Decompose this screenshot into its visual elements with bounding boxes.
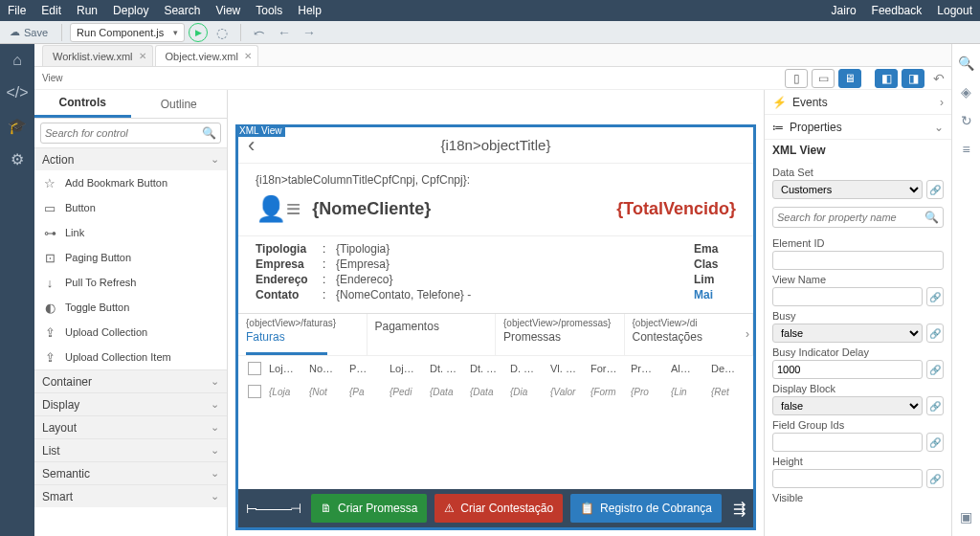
run-button[interactable]: ▶ bbox=[189, 23, 208, 42]
registro-cobranca-button[interactable]: 📋 Registro de Cobrança bbox=[570, 494, 722, 523]
select-all-checkbox[interactable] bbox=[248, 362, 261, 375]
app-frame[interactable]: ‹ {i18n>objectTitle} {i18n>tableColumnTi… bbox=[235, 124, 756, 530]
item-pull-refresh[interactable]: ↓Pull To Refresh bbox=[34, 270, 227, 295]
item-link[interactable]: ⊶Link bbox=[34, 220, 227, 245]
close-icon[interactable]: ✕ bbox=[244, 51, 252, 61]
property-search[interactable]: 🔍 bbox=[772, 207, 944, 228]
tab-promessas[interactable]: {objectView>/promessas} Promessas bbox=[496, 314, 625, 355]
device-tablet-button[interactable]: ▭ bbox=[812, 69, 835, 88]
menu-run[interactable]: Run bbox=[77, 4, 98, 17]
file-tab-object[interactable]: Object.view.xml ✕ bbox=[155, 45, 258, 66]
bookmark-icon[interactable]: ◈ bbox=[961, 84, 971, 100]
binding-icon[interactable]: 🔗 bbox=[926, 433, 944, 452]
col-header[interactable]: De… bbox=[711, 363, 744, 374]
properties-header[interactable]: ≔ Properties ⌄ bbox=[765, 115, 951, 140]
tab-pagamentos[interactable]: Pagamentos bbox=[368, 314, 497, 355]
col-header[interactable]: D. … bbox=[510, 363, 543, 374]
menu-feedback[interactable]: Feedback bbox=[872, 4, 923, 17]
history-icon[interactable]: ↻ bbox=[961, 113, 972, 128]
binding-icon[interactable]: 🔗 bbox=[926, 180, 944, 199]
col-header[interactable]: For… bbox=[590, 363, 623, 374]
control-search[interactable]: 🔍 bbox=[40, 123, 221, 144]
terminal-icon[interactable]: ▣ bbox=[960, 509, 972, 525]
menu-user[interactable]: Jairo bbox=[832, 4, 857, 17]
more-link[interactable]: Mai bbox=[694, 288, 736, 302]
section-smart[interactable]: Smart⌄ bbox=[34, 484, 227, 507]
nav-forward[interactable]: → bbox=[299, 23, 320, 42]
col-header[interactable]: Dt. … bbox=[430, 363, 462, 374]
settings-icon[interactable]: ⚙ bbox=[11, 150, 24, 168]
layout-right-button[interactable]: ◨ bbox=[902, 69, 924, 88]
col-header[interactable]: Loj… bbox=[269, 363, 301, 374]
binding-icon[interactable]: 🔗 bbox=[926, 324, 944, 343]
col-header[interactable]: Pr… bbox=[631, 363, 663, 374]
item-toggle-button[interactable]: ◐Toggle Button bbox=[34, 295, 227, 320]
field-group-input[interactable] bbox=[772, 433, 923, 452]
tab-contestacoes[interactable]: {objectView>/di Contestações bbox=[625, 314, 754, 355]
dataset-select[interactable]: Customers bbox=[772, 180, 923, 199]
binding-icon[interactable]: 🔗 bbox=[926, 360, 944, 379]
menu-logout[interactable]: Logout bbox=[937, 4, 972, 17]
section-action[interactable]: Action ⌄ bbox=[34, 147, 227, 170]
close-icon[interactable]: ✕ bbox=[139, 51, 146, 61]
device-desktop-button[interactable]: 🖥 bbox=[838, 69, 861, 88]
menu-file[interactable]: File bbox=[8, 4, 26, 17]
criar-contestacao-button[interactable]: ⚠ Criar Contestação bbox=[434, 494, 563, 523]
criar-promessa-button[interactable]: 🗎 Criar Promessa bbox=[311, 494, 427, 523]
display-block-select[interactable]: false bbox=[772, 396, 923, 415]
binding-icon[interactable]: 🔗 bbox=[926, 287, 944, 306]
section-semantic[interactable]: Semantic⌄ bbox=[34, 461, 227, 484]
binding-icon[interactable]: 🔗 bbox=[926, 396, 944, 415]
tab-faturas[interactable]: {objectView>/faturas} Faturas bbox=[238, 314, 368, 355]
section-display[interactable]: Display⌄ bbox=[34, 392, 227, 415]
run-config-select[interactable]: Run Component.js bbox=[70, 23, 185, 42]
col-header[interactable]: Vl. … bbox=[550, 363, 583, 374]
menu-help[interactable]: Help bbox=[298, 4, 322, 17]
busy-select[interactable]: false bbox=[772, 324, 923, 343]
item-add-bookmark[interactable]: ☆Add Bookmark Button bbox=[34, 170, 227, 195]
menu-deploy[interactable]: Deploy bbox=[113, 4, 148, 17]
table-row[interactable]: {Loja {Not {Pa {Pedi {Data {Data {Dia {V… bbox=[238, 381, 753, 398]
section-layout[interactable]: Layout⌄ bbox=[34, 415, 227, 438]
events-header[interactable]: ⚡ Events › bbox=[765, 90, 951, 115]
nav-back-alt[interactable]: ⤺ bbox=[249, 23, 270, 42]
item-button[interactable]: ▭Button bbox=[34, 195, 227, 220]
control-search-input[interactable] bbox=[45, 127, 202, 139]
learn-icon[interactable]: 🎓 bbox=[8, 117, 27, 135]
menu-search[interactable]: Search bbox=[164, 4, 200, 17]
busy-delay-input[interactable] bbox=[772, 360, 923, 379]
item-paging-button[interactable]: ⊡Paging Button bbox=[34, 245, 227, 270]
item-upload-collection[interactable]: ⇪Upload Collection bbox=[34, 320, 227, 345]
search-icon[interactable]: 🔍 bbox=[958, 56, 974, 71]
save-button[interactable]: ☁ Save bbox=[4, 23, 54, 42]
nav-back[interactable]: ← bbox=[274, 23, 295, 42]
file-tab-worklist[interactable]: Worklist.view.xml ✕ bbox=[42, 45, 153, 66]
section-list[interactable]: List⌄ bbox=[34, 438, 227, 461]
binding-icon[interactable]: 🔗 bbox=[926, 469, 944, 488]
device-phone-button[interactable]: ▯ bbox=[785, 69, 808, 88]
height-input[interactable] bbox=[772, 469, 923, 488]
layout-left-button[interactable]: ◧ bbox=[875, 69, 898, 88]
view-name-input[interactable] bbox=[772, 287, 923, 306]
home-icon[interactable]: ⌂ bbox=[12, 52, 22, 69]
menu-edit[interactable]: Edit bbox=[41, 4, 61, 17]
section-container[interactable]: Container⌄ bbox=[34, 369, 227, 392]
menu-view[interactable]: View bbox=[215, 4, 240, 17]
col-header[interactable]: Al… bbox=[671, 363, 703, 374]
list-icon[interactable]: ≡ bbox=[962, 142, 969, 157]
stop-button[interactable]: ◌ bbox=[212, 23, 233, 42]
element-id-input[interactable] bbox=[772, 251, 944, 270]
col-header[interactable]: Dt. … bbox=[470, 363, 502, 374]
menu-tools[interactable]: Tools bbox=[256, 4, 282, 17]
outline-tab[interactable]: Outline bbox=[131, 90, 228, 118]
col-header[interactable]: Loj… bbox=[390, 363, 422, 374]
undo-button[interactable]: ↶ bbox=[928, 69, 949, 88]
property-search-input[interactable] bbox=[777, 212, 924, 223]
controls-tab[interactable]: Controls bbox=[34, 90, 131, 118]
share-icon[interactable]: ⇶ bbox=[733, 500, 746, 518]
code-icon[interactable]: </> bbox=[6, 84, 28, 101]
col-header[interactable]: P… bbox=[349, 363, 382, 374]
item-upload-collection-item[interactable]: ⇪Upload Collection Item bbox=[34, 345, 227, 369]
chevron-right-icon[interactable]: › bbox=[746, 327, 749, 341]
col-header[interactable]: No… bbox=[309, 363, 342, 374]
